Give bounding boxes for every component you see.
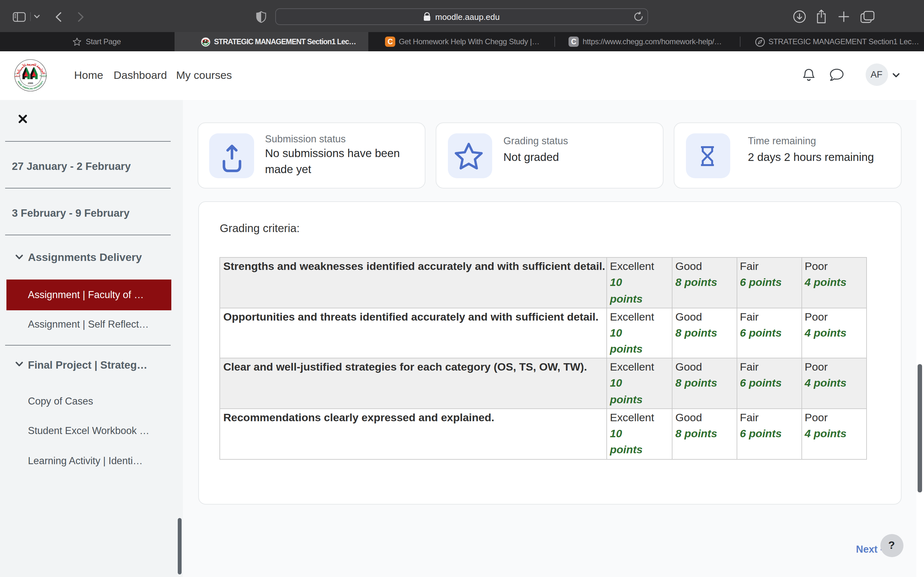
svg-text:2000: 2000: [28, 82, 33, 85]
svg-text:فلسطين: فلسطين: [15, 75, 21, 77]
svg-text:PALESTINE: PALESTINE: [39, 75, 47, 77]
